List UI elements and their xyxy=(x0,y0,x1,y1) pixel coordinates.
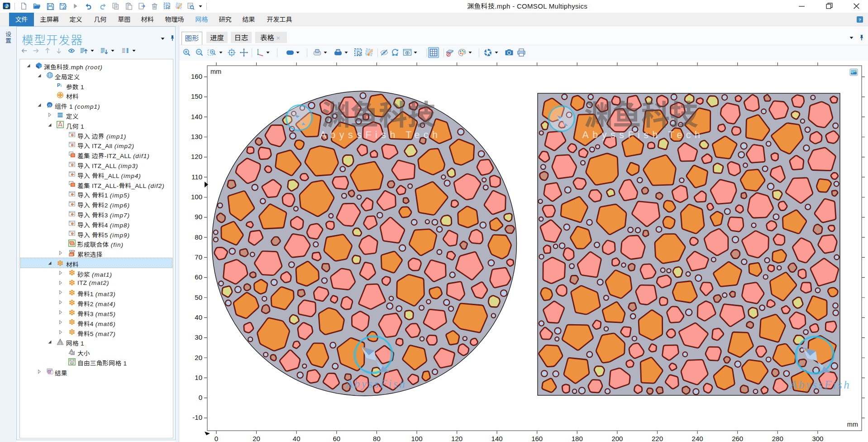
svg-text:0: 0 xyxy=(215,435,218,442)
svg-text:10: 10 xyxy=(195,374,202,381)
svg-text:200: 200 xyxy=(611,435,623,442)
svg-text:50: 50 xyxy=(195,293,202,301)
svg-text:20: 20 xyxy=(195,354,202,361)
svg-text:AbyssFish Tech: AbyssFish Tech xyxy=(582,130,704,140)
svg-text:140: 140 xyxy=(191,113,202,120)
svg-text:60: 60 xyxy=(333,435,340,442)
svg-text:280: 280 xyxy=(772,435,783,442)
svg-text:-10: -10 xyxy=(192,413,202,421)
svg-text:40: 40 xyxy=(195,313,202,321)
svg-text:160: 160 xyxy=(191,72,202,80)
svg-text:150: 150 xyxy=(191,92,202,100)
svg-text:120: 120 xyxy=(191,153,202,160)
svg-text:60: 60 xyxy=(195,273,202,281)
svg-text:20: 20 xyxy=(253,435,260,442)
svg-text:90: 90 xyxy=(195,213,202,221)
svg-text:160: 160 xyxy=(531,435,543,442)
svg-text:AbyssFish: AbyssFish xyxy=(789,379,851,391)
svg-text:100: 100 xyxy=(191,193,202,201)
svg-text:渊鱼科技: 渊鱼科技 xyxy=(584,92,698,133)
svg-text:0: 0 xyxy=(199,394,202,401)
svg-text:260: 260 xyxy=(732,435,743,442)
svg-text:140: 140 xyxy=(491,435,503,442)
svg-text:渊鱼科技: 渊鱼科技 xyxy=(322,92,436,133)
svg-text:mm: mm xyxy=(847,421,858,428)
svg-text:70: 70 xyxy=(195,253,202,261)
svg-text:40: 40 xyxy=(293,435,300,442)
svg-text:220: 220 xyxy=(652,435,663,442)
svg-text:110: 110 xyxy=(191,173,202,181)
svg-text:30: 30 xyxy=(195,333,202,341)
svg-text:mm: mm xyxy=(210,68,221,75)
svg-text:80: 80 xyxy=(195,233,202,241)
svg-text:AbyssFish: AbyssFish xyxy=(345,378,406,390)
svg-text:130: 130 xyxy=(191,133,202,140)
svg-text:240: 240 xyxy=(692,435,703,442)
svg-text:180: 180 xyxy=(572,435,583,442)
svg-text:AbyssFish Tech: AbyssFish Tech xyxy=(320,130,441,140)
svg-text:100: 100 xyxy=(411,435,422,442)
svg-text:120: 120 xyxy=(451,435,463,442)
svg-text:80: 80 xyxy=(373,435,381,442)
svg-text:300: 300 xyxy=(812,435,823,442)
